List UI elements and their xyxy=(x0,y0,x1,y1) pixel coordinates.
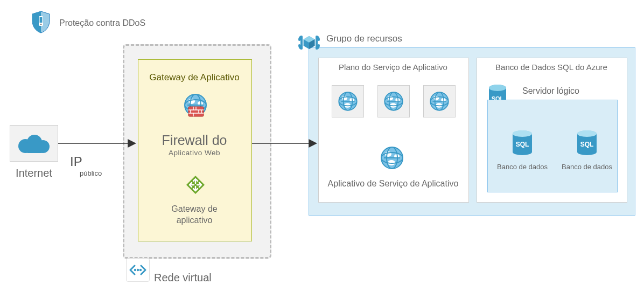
internet-node xyxy=(10,125,58,162)
vnet-label: Rede virtual xyxy=(154,272,212,284)
cloud-icon xyxy=(18,134,50,153)
vnet-icon xyxy=(126,258,150,282)
ip-sub-label: público xyxy=(80,169,102,177)
svg-point-52 xyxy=(489,85,506,91)
web-app-tiles-row xyxy=(332,85,456,117)
svg-point-5 xyxy=(139,269,142,271)
web-app-tile xyxy=(377,85,410,117)
svg-point-60 xyxy=(577,130,597,137)
waf-label-1: Firewall do xyxy=(138,133,251,148)
ddos-label: Proteção contra DDoS xyxy=(59,18,145,28)
sql-database-node: SQL Banco de dados xyxy=(557,129,617,171)
app-service-app-node xyxy=(379,144,405,174)
public-ip-label: IP público xyxy=(70,154,102,177)
web-app-tile xyxy=(423,85,456,117)
sql-databases-row: SQL Banco de dados SQL Banco de dados xyxy=(493,129,617,171)
waf-label-2: Aplicativo Web xyxy=(138,149,251,157)
svg-text:SQL: SQL xyxy=(580,141,594,148)
ip-label: IP xyxy=(70,154,102,169)
sql-database-label: Banco de dados xyxy=(562,163,612,171)
svg-rect-1 xyxy=(40,17,43,23)
app-service-app-label: Aplicativo de Serviço de Aplicativo xyxy=(318,179,468,189)
sql-database-icon: SQL xyxy=(510,129,535,160)
sql-database-label: Banco de dados xyxy=(497,163,548,171)
azure-sql-title: Banco de Dados SQL do Azure xyxy=(477,63,626,72)
svg-text:SQL: SQL xyxy=(516,141,529,148)
application-gateway-title: Gateway de Aplicativo xyxy=(138,72,251,83)
svg-point-57 xyxy=(513,130,532,137)
sql-database-icon: SQL xyxy=(575,129,599,160)
application-gateway-icon xyxy=(184,174,207,198)
svg-rect-2 xyxy=(40,24,42,25)
app-service-plan-title: Plano do Serviço de Aplicativo xyxy=(318,63,468,72)
sql-logical-server-label: Servidor lógico xyxy=(522,86,579,96)
svg-point-3 xyxy=(137,269,139,271)
waf-icon xyxy=(182,92,209,121)
web-app-tile xyxy=(332,85,364,117)
internet-label: Internet xyxy=(10,167,58,179)
resource-group-label: Grupo de recursos xyxy=(326,33,402,44)
svg-point-4 xyxy=(134,269,136,271)
sql-database-node: SQL Banco de dados xyxy=(493,129,552,171)
ddos-protection: Proteção contra DDoS xyxy=(31,11,145,36)
shield-icon xyxy=(31,11,51,36)
resource-group-icon xyxy=(295,28,323,58)
application-gateway-label: Gateway de aplicativo xyxy=(138,204,251,226)
